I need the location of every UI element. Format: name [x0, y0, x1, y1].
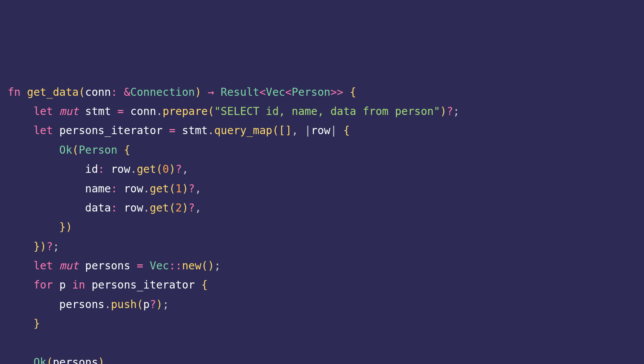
code-line-10: let mut persons = Vec::new();: [8, 259, 221, 272]
rparen: ): [98, 356, 105, 364]
ok-variant: Ok: [33, 356, 46, 364]
code-line-13: }: [8, 317, 40, 330]
lbrace: {: [350, 86, 356, 98]
var-persons: persons: [85, 259, 130, 272]
var-stmt: stmt: [85, 105, 111, 118]
code-line-9: })?;: [8, 240, 59, 253]
rparen: ): [182, 182, 188, 195]
var-row: row: [111, 163, 131, 175]
eq: =: [118, 105, 124, 118]
type-connection: Connection: [130, 86, 195, 98]
var-persons-iterator: persons_iterator: [59, 124, 163, 137]
var-conn: conn: [130, 105, 156, 118]
type-vec: Vec: [266, 86, 285, 98]
colon: :: [111, 182, 118, 195]
code-line-11: for p in persons_iterator {: [8, 279, 208, 291]
method-query-map: query_map: [214, 124, 272, 137]
keyword-mut: mut: [59, 259, 79, 272]
code-line-6: name: row.get(1)?,: [8, 182, 201, 195]
comma: ,: [195, 202, 201, 214]
ok-variant: Ok: [59, 144, 72, 156]
keyword-mut: mut: [59, 105, 79, 118]
method-get: get: [150, 202, 169, 214]
lparen: (: [201, 259, 208, 272]
var-p: p: [143, 298, 150, 311]
rangle: >>: [330, 86, 343, 98]
amp: &: [124, 86, 130, 98]
arrow: →: [208, 86, 214, 98]
lparen: (: [78, 86, 85, 98]
colon: :: [98, 163, 105, 175]
field-name: name: [85, 182, 111, 195]
code-line-3: let persons_iterator = stmt.query_map([]…: [8, 124, 350, 137]
keyword-fn: fn: [8, 86, 21, 98]
rparen: ): [182, 202, 188, 214]
var-persons-iterator: persons_iterator: [92, 279, 195, 291]
type-result: Result: [221, 86, 259, 98]
colon: :: [111, 86, 118, 98]
question: ?: [188, 182, 195, 195]
semi: ;: [53, 240, 59, 253]
method-prepare: prepare: [163, 105, 208, 118]
lparen: (: [169, 182, 175, 195]
question: ?: [46, 240, 53, 253]
code-line-2: let mut stmt = conn.prepare("SELECT id, …: [8, 105, 459, 118]
semi: ;: [214, 259, 221, 272]
sql-string: "SELECT id, name, data from person": [214, 105, 440, 118]
rbrace: }: [33, 317, 40, 330]
code-line-4: Ok(Person {: [8, 144, 130, 156]
type-vec: Vec: [150, 259, 169, 272]
pipe: |: [304, 124, 311, 137]
rparen: ): [169, 163, 175, 175]
code-line-7: data: row.get(2)?,: [8, 202, 201, 214]
type-person: Person: [292, 86, 330, 98]
lparen: (: [156, 163, 163, 175]
var-p: p: [59, 279, 66, 291]
eq: =: [169, 124, 175, 137]
question: ?: [175, 163, 182, 175]
var-persons: persons: [59, 298, 105, 311]
var-stmt: stmt: [182, 124, 208, 137]
comma: ,: [182, 163, 188, 175]
dot: .: [143, 202, 150, 214]
lparen: (: [272, 124, 279, 137]
question: ?: [446, 105, 453, 118]
code-line-12: persons.push(p?);: [8, 298, 169, 311]
code-line-1: fn get_data(conn: &Connection) → Result<…: [8, 86, 356, 98]
keyword-let: let: [33, 105, 53, 118]
lbrace: {: [201, 279, 208, 291]
method-get: get: [150, 182, 169, 195]
code-line-8: }): [8, 221, 72, 233]
var-row: row: [124, 182, 143, 195]
rparen: ): [208, 259, 214, 272]
lbracket: [: [279, 124, 285, 137]
double-colon: ::: [169, 259, 182, 272]
question: ?: [150, 298, 156, 311]
comma: ,: [195, 182, 201, 195]
langle2: <: [285, 86, 292, 98]
method-new: new: [182, 259, 201, 272]
method-get: get: [137, 163, 156, 175]
code-line-5: id: row.get(0)?,: [8, 163, 188, 175]
param-row: row: [311, 124, 330, 137]
semi: ;: [163, 298, 169, 311]
question: ?: [188, 202, 195, 214]
lparen: (: [208, 105, 214, 118]
rbracket: ]: [285, 124, 292, 137]
dot: .: [105, 298, 111, 311]
fn-name: get_data: [27, 86, 79, 98]
number-1: 1: [175, 182, 182, 195]
number-2: 2: [175, 202, 182, 214]
rparen: ): [40, 240, 46, 253]
pipe: |: [330, 124, 337, 137]
dot: .: [130, 163, 137, 175]
param-conn: conn: [85, 86, 111, 98]
rbrace: }: [33, 240, 40, 253]
method-push: push: [111, 298, 137, 311]
number-0: 0: [163, 163, 169, 175]
lparen: (: [137, 298, 143, 311]
var-row: row: [124, 202, 143, 214]
colon: :: [111, 202, 118, 214]
lparen: (: [46, 356, 53, 364]
dot: .: [208, 124, 214, 137]
